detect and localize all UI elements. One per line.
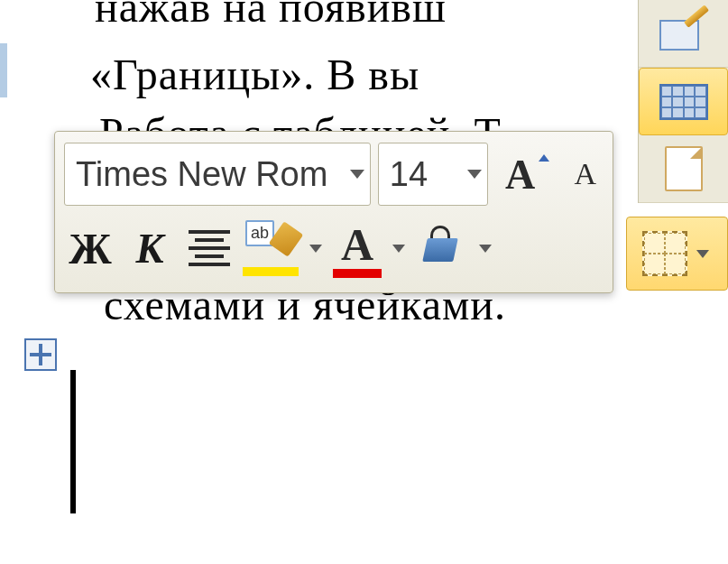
highlight-dropdown-arrow[interactable]: [309, 245, 322, 253]
table-cell[interactable]: [72, 372, 75, 442]
grow-font-button[interactable]: A: [495, 148, 546, 200]
highlight-color-button[interactable]: ab: [243, 220, 299, 276]
table-move-handle[interactable]: [24, 338, 57, 371]
table-row: [72, 442, 75, 513]
align-center-button[interactable]: [183, 222, 235, 274]
font-color-icon: A: [341, 218, 373, 271]
insert-table-button[interactable]: [639, 68, 728, 135]
table-grid-icon: [659, 84, 708, 120]
align-center-icon: [189, 230, 230, 266]
mini-format-toolbar: Times New Rom 14 A A Ж К ab: [54, 131, 613, 293]
document-text-line: нажав на появивш: [95, 0, 447, 32]
chevron-down-icon[interactable]: [350, 170, 364, 179]
table-row: [72, 372, 75, 442]
font-size-combo[interactable]: 14: [378, 143, 488, 206]
font-name-value: Times New Rom: [76, 155, 345, 194]
highlight-color-swatch: [243, 267, 299, 276]
move-arrows-icon: [30, 344, 51, 365]
font-color-swatch: [333, 269, 382, 278]
grow-font-icon: A: [500, 151, 540, 199]
table-cell[interactable]: [72, 442, 75, 513]
chevron-down-icon[interactable]: [467, 170, 482, 179]
document-text-line: «Границы». В вы: [90, 50, 419, 99]
shading-button[interactable]: [416, 222, 468, 274]
page-edge-selection: [0, 43, 7, 97]
italic-button[interactable]: К: [124, 222, 176, 274]
bold-icon: Ж: [69, 224, 111, 273]
draw-table-button[interactable]: [639, 0, 728, 68]
shading-dropdown-arrow[interactable]: [479, 245, 492, 253]
shrink-font-icon: A: [560, 157, 597, 191]
borders-dropdown-arrow[interactable]: [696, 250, 709, 258]
font-color-dropdown-arrow[interactable]: [392, 245, 405, 253]
bold-button[interactable]: Ж: [64, 222, 116, 274]
draw-table-icon: [659, 11, 708, 56]
document-table[interactable]: [70, 370, 76, 513]
blank-page-button[interactable]: [639, 135, 728, 203]
font-color-button[interactable]: A: [333, 218, 382, 278]
font-size-value: 14: [390, 155, 462, 194]
font-name-combo[interactable]: Times New Rom: [64, 143, 371, 206]
shrink-font-button[interactable]: A: [553, 148, 604, 200]
borders-split-button[interactable]: [626, 217, 728, 291]
paint-bucket-icon: [421, 227, 463, 269]
page-icon: [665, 146, 703, 191]
italic-icon: К: [135, 225, 163, 273]
highlight-icon: ab: [244, 220, 298, 265]
borders-icon: [642, 231, 687, 276]
right-side-panel: [638, 0, 728, 203]
